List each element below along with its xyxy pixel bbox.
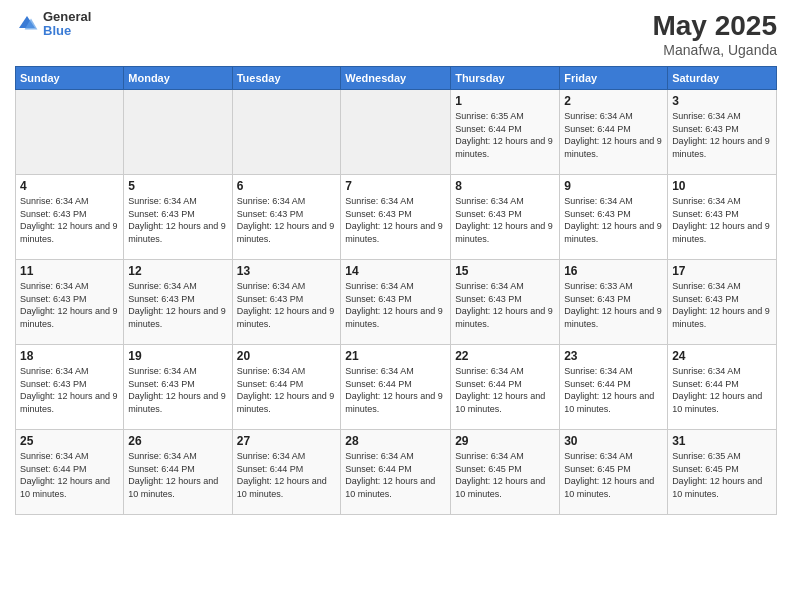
day-info: Sunrise: 6:34 AM Sunset: 6:43 PM Dayligh…: [20, 365, 119, 415]
calendar-cell: 6Sunrise: 6:34 AM Sunset: 6:43 PM Daylig…: [232, 175, 341, 260]
calendar-week-3: 11Sunrise: 6:34 AM Sunset: 6:43 PM Dayli…: [16, 260, 777, 345]
day-info: Sunrise: 6:35 AM Sunset: 6:45 PM Dayligh…: [672, 450, 772, 500]
calendar-week-4: 18Sunrise: 6:34 AM Sunset: 6:43 PM Dayli…: [16, 345, 777, 430]
day-number: 31: [672, 434, 772, 448]
logo-general: General: [43, 10, 91, 24]
calendar-cell: 31Sunrise: 6:35 AM Sunset: 6:45 PM Dayli…: [668, 430, 777, 515]
calendar-cell: 20Sunrise: 6:34 AM Sunset: 6:44 PM Dayli…: [232, 345, 341, 430]
calendar-cell: 18Sunrise: 6:34 AM Sunset: 6:43 PM Dayli…: [16, 345, 124, 430]
day-number: 3: [672, 94, 772, 108]
calendar-cell: [16, 90, 124, 175]
day-number: 6: [237, 179, 337, 193]
day-info: Sunrise: 6:34 AM Sunset: 6:43 PM Dayligh…: [128, 365, 227, 415]
day-info: Sunrise: 6:34 AM Sunset: 6:43 PM Dayligh…: [20, 280, 119, 330]
day-info: Sunrise: 6:34 AM Sunset: 6:43 PM Dayligh…: [237, 195, 337, 245]
calendar-cell: 29Sunrise: 6:34 AM Sunset: 6:45 PM Dayli…: [451, 430, 560, 515]
day-info: Sunrise: 6:34 AM Sunset: 6:43 PM Dayligh…: [672, 195, 772, 245]
logo-icon: [15, 12, 39, 36]
header: General Blue May 2025 Manafwa, Uganda: [15, 10, 777, 58]
logo-text: General Blue: [43, 10, 91, 39]
day-number: 7: [345, 179, 446, 193]
col-monday: Monday: [124, 67, 232, 90]
day-info: Sunrise: 6:34 AM Sunset: 6:44 PM Dayligh…: [20, 450, 119, 500]
day-number: 8: [455, 179, 555, 193]
day-number: 16: [564, 264, 663, 278]
day-info: Sunrise: 6:34 AM Sunset: 6:43 PM Dayligh…: [345, 195, 446, 245]
day-number: 13: [237, 264, 337, 278]
calendar-cell: 23Sunrise: 6:34 AM Sunset: 6:44 PM Dayli…: [560, 345, 668, 430]
day-number: 26: [128, 434, 227, 448]
calendar-week-2: 4Sunrise: 6:34 AM Sunset: 6:43 PM Daylig…: [16, 175, 777, 260]
calendar-cell: 24Sunrise: 6:34 AM Sunset: 6:44 PM Dayli…: [668, 345, 777, 430]
day-number: 22: [455, 349, 555, 363]
day-info: Sunrise: 6:34 AM Sunset: 6:43 PM Dayligh…: [128, 280, 227, 330]
calendar-cell: 16Sunrise: 6:33 AM Sunset: 6:43 PM Dayli…: [560, 260, 668, 345]
calendar-cell: 1Sunrise: 6:35 AM Sunset: 6:44 PM Daylig…: [451, 90, 560, 175]
day-info: Sunrise: 6:34 AM Sunset: 6:43 PM Dayligh…: [564, 195, 663, 245]
day-number: 9: [564, 179, 663, 193]
day-number: 14: [345, 264, 446, 278]
calendar-cell: [232, 90, 341, 175]
calendar-cell: 25Sunrise: 6:34 AM Sunset: 6:44 PM Dayli…: [16, 430, 124, 515]
title-block: May 2025 Manafwa, Uganda: [652, 10, 777, 58]
calendar-cell: 15Sunrise: 6:34 AM Sunset: 6:43 PM Dayli…: [451, 260, 560, 345]
day-number: 24: [672, 349, 772, 363]
day-info: Sunrise: 6:34 AM Sunset: 6:45 PM Dayligh…: [455, 450, 555, 500]
day-info: Sunrise: 6:34 AM Sunset: 6:44 PM Dayligh…: [128, 450, 227, 500]
calendar-cell: 10Sunrise: 6:34 AM Sunset: 6:43 PM Dayli…: [668, 175, 777, 260]
calendar-cell: 5Sunrise: 6:34 AM Sunset: 6:43 PM Daylig…: [124, 175, 232, 260]
logo-blue: Blue: [43, 24, 91, 38]
day-number: 19: [128, 349, 227, 363]
calendar: Sunday Monday Tuesday Wednesday Thursday…: [15, 66, 777, 515]
calendar-cell: 26Sunrise: 6:34 AM Sunset: 6:44 PM Dayli…: [124, 430, 232, 515]
day-number: 2: [564, 94, 663, 108]
calendar-cell: 3Sunrise: 6:34 AM Sunset: 6:43 PM Daylig…: [668, 90, 777, 175]
logo: General Blue: [15, 10, 91, 39]
day-number: 17: [672, 264, 772, 278]
day-info: Sunrise: 6:34 AM Sunset: 6:44 PM Dayligh…: [672, 365, 772, 415]
calendar-cell: 2Sunrise: 6:34 AM Sunset: 6:44 PM Daylig…: [560, 90, 668, 175]
calendar-week-1: 1Sunrise: 6:35 AM Sunset: 6:44 PM Daylig…: [16, 90, 777, 175]
day-number: 15: [455, 264, 555, 278]
calendar-header-row: Sunday Monday Tuesday Wednesday Thursday…: [16, 67, 777, 90]
day-info: Sunrise: 6:34 AM Sunset: 6:43 PM Dayligh…: [672, 280, 772, 330]
col-saturday: Saturday: [668, 67, 777, 90]
day-number: 25: [20, 434, 119, 448]
col-sunday: Sunday: [16, 67, 124, 90]
calendar-cell: [341, 90, 451, 175]
day-info: Sunrise: 6:34 AM Sunset: 6:44 PM Dayligh…: [455, 365, 555, 415]
day-number: 28: [345, 434, 446, 448]
calendar-cell: [124, 90, 232, 175]
day-info: Sunrise: 6:34 AM Sunset: 6:43 PM Dayligh…: [345, 280, 446, 330]
day-info: Sunrise: 6:34 AM Sunset: 6:44 PM Dayligh…: [345, 450, 446, 500]
day-number: 20: [237, 349, 337, 363]
calendar-cell: 12Sunrise: 6:34 AM Sunset: 6:43 PM Dayli…: [124, 260, 232, 345]
day-number: 18: [20, 349, 119, 363]
calendar-cell: 30Sunrise: 6:34 AM Sunset: 6:45 PM Dayli…: [560, 430, 668, 515]
day-number: 29: [455, 434, 555, 448]
day-number: 10: [672, 179, 772, 193]
calendar-cell: 17Sunrise: 6:34 AM Sunset: 6:43 PM Dayli…: [668, 260, 777, 345]
calendar-cell: 21Sunrise: 6:34 AM Sunset: 6:44 PM Dayli…: [341, 345, 451, 430]
calendar-cell: 7Sunrise: 6:34 AM Sunset: 6:43 PM Daylig…: [341, 175, 451, 260]
day-number: 12: [128, 264, 227, 278]
day-number: 5: [128, 179, 227, 193]
day-number: 23: [564, 349, 663, 363]
calendar-cell: 11Sunrise: 6:34 AM Sunset: 6:43 PM Dayli…: [16, 260, 124, 345]
col-friday: Friday: [560, 67, 668, 90]
calendar-cell: 13Sunrise: 6:34 AM Sunset: 6:43 PM Dayli…: [232, 260, 341, 345]
day-info: Sunrise: 6:34 AM Sunset: 6:43 PM Dayligh…: [455, 280, 555, 330]
day-number: 30: [564, 434, 663, 448]
calendar-cell: 14Sunrise: 6:34 AM Sunset: 6:43 PM Dayli…: [341, 260, 451, 345]
calendar-cell: 27Sunrise: 6:34 AM Sunset: 6:44 PM Dayli…: [232, 430, 341, 515]
calendar-cell: 9Sunrise: 6:34 AM Sunset: 6:43 PM Daylig…: [560, 175, 668, 260]
day-info: Sunrise: 6:34 AM Sunset: 6:45 PM Dayligh…: [564, 450, 663, 500]
page: General Blue May 2025 Manafwa, Uganda Su…: [0, 0, 792, 612]
day-info: Sunrise: 6:34 AM Sunset: 6:44 PM Dayligh…: [237, 450, 337, 500]
day-info: Sunrise: 6:34 AM Sunset: 6:43 PM Dayligh…: [237, 280, 337, 330]
day-info: Sunrise: 6:34 AM Sunset: 6:43 PM Dayligh…: [20, 195, 119, 245]
day-info: Sunrise: 6:34 AM Sunset: 6:43 PM Dayligh…: [672, 110, 772, 160]
calendar-cell: 28Sunrise: 6:34 AM Sunset: 6:44 PM Dayli…: [341, 430, 451, 515]
day-number: 21: [345, 349, 446, 363]
day-info: Sunrise: 6:34 AM Sunset: 6:44 PM Dayligh…: [237, 365, 337, 415]
